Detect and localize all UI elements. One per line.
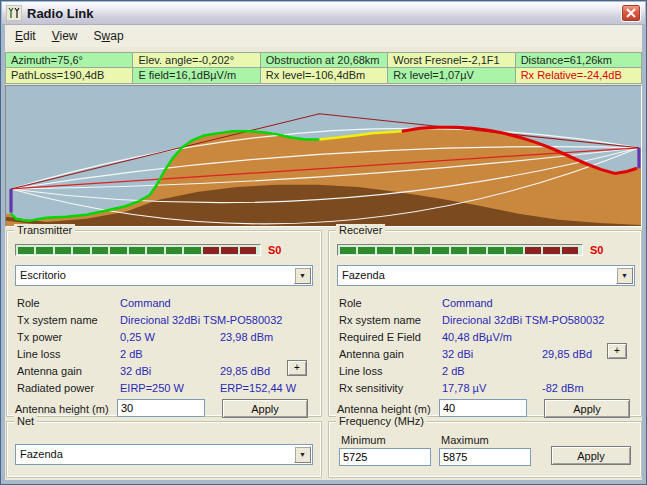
- frequency-max-input[interactable]: [439, 448, 531, 466]
- tx-apply-button[interactable]: Apply: [222, 399, 308, 418]
- meter-dash: [73, 247, 89, 254]
- row-value-2: ERP=152,44 W: [220, 382, 296, 394]
- meter-dash: [358, 247, 374, 254]
- net-combobox[interactable]: Fazenda ▼: [15, 444, 313, 465]
- meter-dash: [506, 247, 522, 254]
- row-value: Direcional 32dBi TSM-PO580032: [442, 314, 542, 326]
- row-value: 40,48 dBµV/m: [442, 331, 542, 343]
- rx-row-rx-system-name: Rx system nameDirecional 32dBi TSM-PO580…: [329, 310, 641, 327]
- tx-row-radiated-power: Radiated powerEIRP=250 WERP=152,44 W: [7, 378, 321, 395]
- terrain-profile-chart[interactable]: [5, 85, 642, 227]
- status-row-1: Azimuth=75,6°Elev. angle=-0,202°Obstruct…: [5, 52, 642, 68]
- menu-edit[interactable]: Edit: [7, 27, 44, 45]
- rx-meter-unit-label: S0: [590, 244, 603, 256]
- rx-apply-button[interactable]: Apply: [544, 399, 630, 418]
- status-cell: Rx Relative=-24,4dB: [515, 68, 642, 84]
- app-icon: [6, 5, 22, 21]
- meter-dash: [488, 247, 504, 254]
- row-label: Rx system name: [339, 314, 442, 326]
- meter-dash: [18, 247, 34, 254]
- row-label: Line loss: [17, 348, 120, 360]
- rx-row-required-e-field: Required E Field40,48 dBµV/m: [329, 327, 641, 344]
- tx-signal-meter-row: S0: [15, 244, 281, 256]
- row-value: 17,78 µV: [442, 382, 542, 394]
- row-value-2: 29,85 dBd: [220, 365, 270, 377]
- status-cell: Worst Fresnel=-2,1F1: [387, 52, 514, 68]
- menu-swap[interactable]: Swap: [86, 27, 132, 45]
- row-label: Required E Field: [339, 331, 442, 343]
- rx-row-role: RoleCommand: [329, 293, 641, 310]
- row-label: Antenna gain: [17, 365, 120, 377]
- meter-dash: [184, 247, 200, 254]
- meter-dash: [414, 247, 430, 254]
- tx-row-line-loss: Line loss2 dB: [7, 344, 321, 361]
- meter-dash: [166, 247, 182, 254]
- tx-row-tx-power: Tx power0,25 W23,98 dBm: [7, 327, 321, 344]
- tx-meter-unit-label: S0: [268, 244, 281, 256]
- row-value: Command: [120, 297, 220, 309]
- menu-bar: EditViewSwap: [5, 25, 642, 47]
- tx-unit-combobox[interactable]: Escritorio ▼: [15, 265, 313, 286]
- row-value-2: -82 dBm: [542, 382, 584, 394]
- row-value: 0,25 W: [120, 331, 220, 343]
- row-value: 32 dBi: [120, 365, 220, 377]
- row-value: EIRP=250 W: [120, 382, 220, 394]
- row-label: Role: [339, 297, 442, 309]
- row-label: Tx power: [17, 331, 120, 343]
- tx-row-role: RoleCommand: [7, 293, 321, 310]
- status-cell: Rx level=-106,4dBm: [260, 68, 387, 84]
- row-label: Role: [17, 297, 120, 309]
- chevron-down-icon[interactable]: ▼: [294, 446, 311, 463]
- row-label: Rx sensitivity: [339, 382, 442, 394]
- row-value-2: 23,98 dBm: [220, 331, 273, 343]
- status-cell: Elev. angle=-0,202°: [132, 52, 259, 68]
- window-title: Radio Link: [27, 6, 93, 21]
- frequency-group: Frequency (MHz) Minimum Maximum Apply: [328, 421, 642, 478]
- tx-spec-rows: RoleCommandTx system nameDirecional 32dB…: [7, 293, 321, 395]
- close-icon: [626, 8, 636, 18]
- tx-meter: [15, 244, 261, 256]
- row-label: Radiated power: [17, 382, 120, 394]
- rx-antenna-gain-plus-button[interactable]: +: [607, 343, 627, 359]
- tx-antenna-height-input[interactable]: [117, 399, 205, 417]
- chevron-down-icon[interactable]: ▼: [294, 267, 311, 284]
- rx-row-antenna-gain: Antenna gain32 dBi29,85 dBd+: [329, 344, 641, 361]
- close-button[interactable]: [621, 4, 641, 22]
- meter-dash: [451, 247, 467, 254]
- rx-antenna-height-input[interactable]: [439, 399, 527, 417]
- status-cell: Distance=61,26km: [515, 52, 642, 68]
- row-value: 2 dB: [120, 348, 220, 360]
- meter-dash: [55, 247, 71, 254]
- meter-dash: [240, 247, 256, 254]
- chevron-down-icon[interactable]: ▼: [616, 267, 633, 284]
- frequency-max-label: Maximum: [441, 434, 489, 446]
- rx-signal-meter-row: S0: [337, 244, 603, 256]
- rx-spec-rows: RoleCommandRx system nameDirecional 32dB…: [329, 293, 641, 395]
- tx-antenna-gain-plus-button[interactable]: +: [287, 360, 307, 376]
- row-label: Tx system name: [17, 314, 120, 326]
- status-panel: Azimuth=75,6°Elev. angle=-0,202°Obstruct…: [5, 52, 642, 84]
- frequency-min-label: Minimum: [341, 434, 386, 446]
- meter-dash: [525, 247, 541, 254]
- net-group: Net Fazenda ▼: [6, 421, 322, 478]
- row-value: 2 dB: [442, 365, 542, 377]
- menu-view[interactable]: View: [44, 27, 86, 45]
- rx-row-rx-sensitivity: Rx sensitivity17,78 µV-82 dBm: [329, 378, 641, 395]
- frequency-apply-button[interactable]: Apply: [551, 446, 631, 465]
- rx-unit-combobox[interactable]: Fazenda ▼: [337, 265, 635, 286]
- tx-row-antenna-gain: Antenna gain32 dBi29,85 dBd+: [7, 361, 321, 378]
- tx-unit-selected: Escritorio: [16, 266, 312, 281]
- status-cell: E field=16,1dBµV/m: [132, 68, 259, 84]
- meter-dash: [340, 247, 356, 254]
- row-value: 32 dBi: [442, 348, 542, 360]
- tx-antenna-height-label: Antenna height (m): [15, 403, 109, 415]
- meter-dash: [147, 247, 163, 254]
- meter-dash: [432, 247, 448, 254]
- receiver-caption: Receiver: [336, 224, 385, 236]
- frequency-min-input[interactable]: [339, 448, 431, 466]
- meter-dash: [92, 247, 108, 254]
- rx-row-line-loss: Line loss2 dB: [329, 361, 641, 378]
- meter-dash: [129, 247, 145, 254]
- title-bar[interactable]: Radio Link: [2, 2, 645, 25]
- client-area: EditViewSwap Azimuth=75,6°Elev. angle=-0…: [5, 25, 642, 480]
